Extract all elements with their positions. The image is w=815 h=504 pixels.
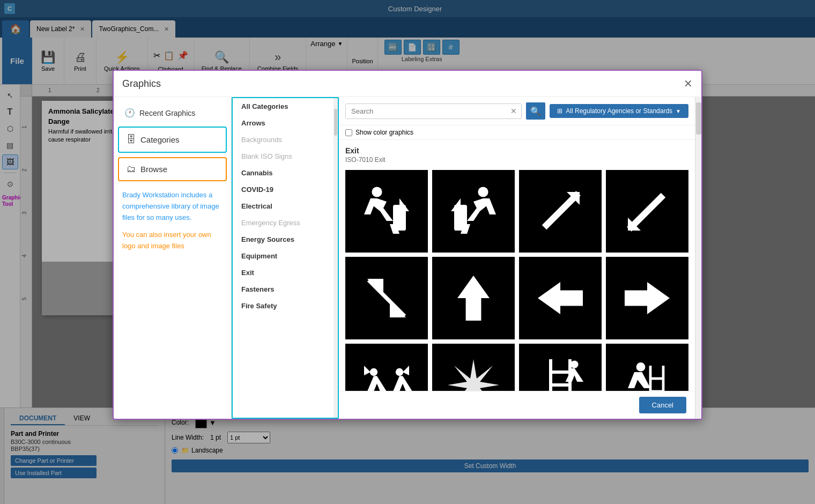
info-blue-text: Brady Workstation includes a comprehensi…	[122, 190, 223, 223]
category-item[interactable]: Emergency Egress	[233, 214, 338, 231]
svg-point-9	[372, 187, 382, 197]
dialog-close-button[interactable]: ✕	[684, 77, 693, 90]
dialog-sidebar: 🕐 Recent Graphics 🗄 Categories 🗂 Browse	[114, 97, 232, 419]
graphic-item[interactable]	[432, 344, 515, 391]
graphics-dialog: Graphics ✕ 🕐 Recent Graphics 🗄 Categorie…	[113, 70, 702, 420]
filter-icon: ⊞	[557, 107, 562, 115]
category-item[interactable]: COVID-19	[233, 181, 338, 198]
category-item[interactable]: Fire Safety	[233, 298, 338, 314]
dialog-title: Graphics	[122, 78, 161, 90]
search-input[interactable]	[346, 104, 506, 118]
graphic-item[interactable]	[345, 170, 428, 253]
clock-icon: 🕐	[124, 108, 135, 118]
graphics-grid	[345, 170, 688, 391]
graphic-item[interactable]	[432, 257, 515, 339]
recent-graphics-item[interactable]: 🕐 Recent Graphics	[118, 103, 227, 122]
search-icon: 🔍	[530, 106, 541, 116]
category-item[interactable]: Fasteners	[233, 281, 338, 298]
category-item[interactable]: Arrows	[233, 115, 338, 131]
cancel-button[interactable]: Cancel	[639, 397, 686, 413]
search-input-wrap: ✕	[345, 103, 522, 119]
dialog-title-bar: Graphics ✕	[114, 71, 701, 97]
search-bar: ✕ 🔍 ⊞ All Regulatory Agencies or Standar…	[339, 97, 695, 125]
categories-section: 🗄 Categories	[118, 127, 227, 153]
graphic-item[interactable]	[519, 170, 602, 253]
svg-point-33	[370, 368, 377, 376]
graphic-item[interactable]	[519, 257, 602, 339]
info-orange-text: You can also insert your own logo and im…	[122, 229, 223, 252]
graphic-item[interactable]	[345, 344, 428, 391]
browse-button[interactable]: 🗂 Browse	[119, 158, 226, 180]
recent-graphics-label: Recent Graphics	[139, 109, 195, 117]
categories-list: All CategoriesArrowsBackgroundsBlank ISO…	[233, 98, 338, 314]
filter-button[interactable]: ⊞ All Regulatory Agencies or Standards ▼	[550, 104, 688, 118]
category-item[interactable]: Electrical	[233, 198, 338, 214]
graphic-item[interactable]	[432, 170, 515, 253]
cat-scrollbar-track[interactable]	[334, 98, 338, 418]
search-button[interactable]: 🔍	[526, 102, 545, 120]
svg-point-35	[396, 368, 403, 376]
section-title: Exit	[345, 146, 688, 155]
category-item[interactable]: All Categories	[233, 98, 338, 115]
browse-label: Browse	[140, 165, 167, 174]
categories-button[interactable]: 🗄 Categories	[119, 128, 226, 152]
dialog-content: ✕ 🔍 ⊞ All Regulatory Agencies or Standar…	[339, 97, 695, 419]
info-text: Brady Workstation includes a comprehensi…	[118, 181, 227, 261]
dialog-scrollbar[interactable]	[695, 97, 701, 419]
category-item[interactable]: Backgrounds	[233, 131, 338, 148]
category-item[interactable]: Energy Sources	[233, 231, 338, 248]
graphic-item[interactable]	[606, 257, 688, 339]
browse-icon: 🗂	[127, 164, 136, 175]
filter-label: All Regulatory Agencies or Standards	[566, 107, 672, 115]
categories-list-panel: All CategoriesArrowsBackgroundsBlank ISO…	[232, 97, 339, 419]
category-item[interactable]: Blank ISO Signs	[233, 148, 338, 165]
category-item[interactable]: Cannabis	[233, 165, 338, 181]
show-color-label[interactable]: Show color graphics	[355, 129, 413, 136]
filter-dropdown-icon: ▼	[676, 108, 681, 114]
dialog-overlay: Graphics ✕ 🕐 Recent Graphics 🗄 Categorie…	[0, 0, 815, 504]
svg-point-50	[636, 362, 646, 372]
section-sub: ISO-7010 Exit	[345, 156, 688, 164]
categories-icon: 🗄	[127, 134, 136, 145]
svg-point-44	[570, 360, 578, 368]
cat-scrollbar-thumb[interactable]	[334, 109, 337, 136]
category-item[interactable]: Exit	[233, 264, 338, 281]
graphic-item[interactable]	[519, 344, 602, 391]
dialog-scroll-thumb[interactable]	[696, 102, 701, 135]
show-color-checkbox[interactable]	[345, 129, 352, 136]
graphics-area: Exit ISO-7010 Exit	[339, 140, 695, 391]
category-item[interactable]: Equipment	[233, 248, 338, 264]
graphic-item[interactable]	[606, 344, 688, 391]
graphic-item[interactable]	[606, 170, 688, 253]
dialog-footer: Cancel	[339, 391, 695, 419]
search-clear-button[interactable]: ✕	[506, 105, 521, 117]
categories-label: Categories	[140, 135, 180, 144]
browse-section: 🗂 Browse	[118, 157, 227, 181]
color-check-row: Show color graphics	[339, 125, 695, 140]
svg-point-13	[478, 187, 488, 197]
dialog-body: 🕐 Recent Graphics 🗄 Categories 🗂 Browse	[114, 97, 701, 419]
graphic-item[interactable]	[345, 257, 428, 339]
